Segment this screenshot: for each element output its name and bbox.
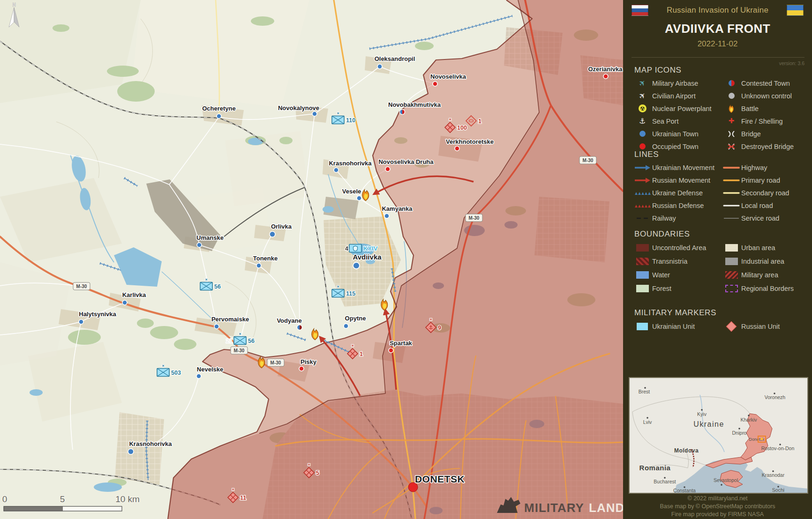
civilian-airport-icon: ✈ (637, 90, 647, 101)
legend-row: Russian Movement Primary road (623, 174, 812, 186)
svg-text:Vesele: Vesele (342, 188, 361, 195)
legend-sidebar: Russian Invasion of Ukraine AVDIIVKA FRO… (623, 0, 812, 519)
svg-text:0: 0 (2, 494, 8, 504)
svg-text:×: × (337, 111, 339, 116)
section-map-icons: MAP ICONS ✈ Military Airbase Contested T… (623, 66, 812, 153)
urban-area-swatch (725, 244, 738, 252)
map-canvas: M-30 M-30 M-30 M-30 M-30 Ocheretyne Novo… (0, 0, 623, 519)
svg-text:Lviv: Lviv (643, 419, 652, 425)
sidebar-header: Russian Invasion of Ukraine (623, 5, 812, 16)
svg-text:Kamyanka: Kamyanka (382, 205, 413, 212)
road-badge-label: M-30 (469, 215, 480, 221)
svg-text:Novoselivka Druha: Novoselivka Druha (378, 158, 434, 165)
russian-movement-icon (634, 177, 651, 184)
military-area-swatch (725, 271, 738, 279)
front-map: M-30 M-30 M-30 M-30 M-30 Ocheretyne Novo… (0, 0, 623, 519)
section-header: BOUNDARIES (623, 230, 812, 241)
svg-text:×: × (429, 317, 432, 322)
legend-row: ☢ Nuclear Powerplant Battle (623, 102, 812, 115)
svg-text:Halytsynivka: Halytsynivka (79, 311, 116, 318)
svg-text:Spartak: Spartak (390, 340, 412, 347)
local-road-icon (723, 204, 740, 208)
svg-text:21: 21 (226, 338, 233, 344)
uncontrolled-area-swatch (636, 244, 649, 252)
road-badge-label: M-30 (234, 348, 245, 353)
nuclear-powerplant-icon: ☢ (638, 104, 647, 113)
svg-text:Oleksandropil: Oleksandropil (375, 55, 415, 62)
svg-text:Novoselivka: Novoselivka (430, 73, 466, 80)
svg-text:Dnipro: Dnipro (732, 430, 747, 436)
ukrainian-town-icon (639, 131, 646, 137)
section-header: LINES (623, 150, 812, 161)
section-military-markers: MILITARY MARKERS Ukrainian Unit Russian … (623, 308, 812, 333)
legend-row: Ukrainian Unit Russian Unit (623, 319, 812, 333)
svg-text:1: 1 (360, 351, 363, 357)
svg-text:Rostov-on-Don: Rostov-on-Don (761, 445, 795, 451)
svg-text:×: × (449, 117, 451, 122)
legend-row: Russian Defense Local road (623, 199, 812, 212)
occupied-town-icon (639, 143, 646, 149)
svg-text:Novokalynove: Novokalynove (278, 104, 319, 111)
front-date: 2022-11-02 (623, 39, 812, 49)
svg-text:5: 5 (316, 470, 319, 476)
overview-minimap: Brest Voronezh Kyiv Lviv Kharkiv Dnipro … (629, 377, 808, 494)
avdiivka-front-map-screenshot: M-30 M-30 M-30 M-30 M-30 Ocheretyne Novo… (0, 0, 812, 519)
unknown-control-icon (729, 93, 735, 99)
svg-text:9: 9 (438, 325, 441, 331)
svg-text:Pisky: Pisky (301, 358, 317, 365)
svg-text:×: × (239, 332, 241, 336)
ukrainian-movement-icon (634, 164, 651, 171)
svg-text:Pervomaiske: Pervomaiske (211, 316, 249, 323)
svg-text:DONETSK: DONETSK (415, 474, 465, 484)
credit-line: Fire map provided by FIRMS NASA (623, 511, 812, 519)
section-header: MAP ICONS (623, 66, 812, 77)
military-airbase-icon: ✈ (637, 78, 647, 88)
svg-text:Ozerianivka: Ozerianivka (588, 66, 623, 73)
svg-text:Umanske: Umanske (196, 234, 224, 241)
legend-row: Transnistria Industrial area (623, 254, 812, 268)
forest-swatch (636, 285, 649, 292)
russian-unit-icon (726, 321, 737, 332)
header-divider (632, 57, 804, 58)
svg-text:Novobakhmutivka: Novobakhmutivka (388, 101, 441, 108)
svg-text:56: 56 (214, 283, 221, 290)
svg-text:Ukraine: Ukraine (693, 420, 724, 428)
fire-shelling-icon: ✚ (729, 118, 735, 125)
secondary-road-icon (723, 191, 740, 195)
russian-defense-icon (634, 203, 651, 208)
road-badge-label: M-30 (583, 158, 594, 163)
svg-text:100: 100 (457, 125, 467, 131)
legend-row: Railway Service road (623, 212, 812, 224)
ukrainian-unit-kyiv-marker: 4KYIV (345, 245, 378, 252)
credit-line: Base map by © OpenStreetMap contributors (623, 503, 812, 511)
ukraine-flag-icon (787, 5, 804, 16)
svg-text:×: × (205, 277, 207, 282)
svg-text:4: 4 (345, 245, 348, 252)
ukraine-defense-icon (634, 190, 651, 196)
svg-text:11: 11 (240, 495, 246, 501)
svg-text:MILITARY: MILITARY (524, 501, 584, 515)
page-title: Russian Invasion of Ukraine (667, 6, 768, 15)
contested-town-icon (729, 80, 735, 86)
svg-text:Brest: Brest (639, 389, 650, 394)
regional-borders-swatch (725, 285, 738, 292)
legend-row: Water Military area (623, 268, 812, 282)
ukrainian-unit-icon (637, 323, 648, 330)
legend-row: ⚓ Sea Port ✚ Fire / Shelling (623, 115, 812, 127)
svg-text:10 km: 10 km (115, 494, 140, 504)
svg-text:Opytne: Opytne (345, 315, 366, 322)
battle-icon (727, 104, 736, 114)
svg-text:Vodyane: Vodyane (277, 317, 301, 324)
legend-row: Ukraine Defense Secondary road (623, 186, 812, 199)
water-swatch (636, 271, 649, 279)
svg-text:Krasnohorivka: Krasnohorivka (329, 160, 372, 167)
legend-row: Ukrainian Town Bridge (623, 127, 812, 140)
svg-text:Kyiv: Kyiv (697, 411, 707, 417)
svg-text:5: 5 (60, 494, 65, 504)
bridge-icon (726, 130, 737, 138)
highway-icon (723, 166, 740, 170)
svg-text:Orlivka: Orlivka (271, 223, 292, 230)
svg-text:×: × (308, 462, 310, 467)
svg-text:Romania: Romania (639, 464, 671, 472)
legend-row: Ukrainian Movement Highway (623, 161, 812, 174)
